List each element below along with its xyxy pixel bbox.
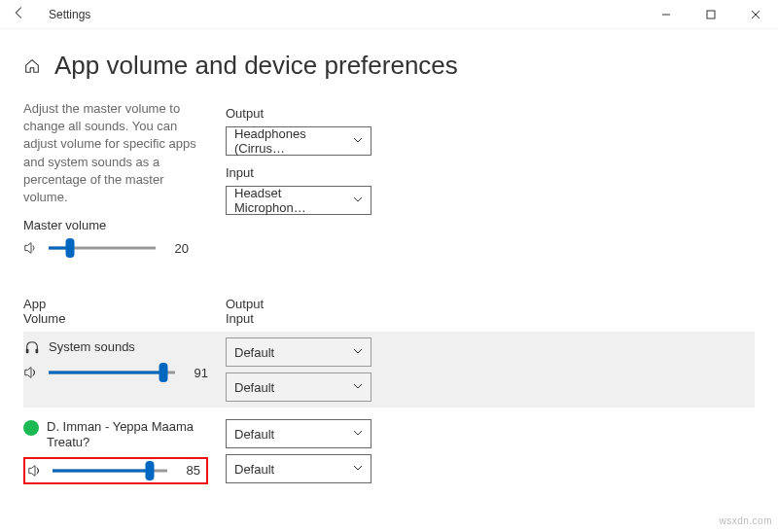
output-selected: Headphones (Cirrus…: [234, 126, 353, 156]
chevron-down-icon: [353, 135, 363, 147]
output-input-header: Output Input: [226, 297, 264, 326]
app-volume-value: 91: [183, 366, 208, 380]
chevron-down-icon: [353, 346, 363, 358]
svg-rect-2: [26, 349, 29, 353]
output-dropdown[interactable]: Headphones (Cirrus…: [226, 126, 371, 156]
window-controls: [644, 0, 778, 29]
chevron-down-icon: [353, 428, 363, 440]
watermark: wsxdn.com: [719, 515, 772, 526]
column-headers: App Volume Output Input: [23, 297, 755, 326]
app-volume-value: 85: [175, 463, 200, 478]
chevron-down-icon: [353, 463, 363, 475]
app-output-dropdown[interactable]: Default: [226, 337, 371, 367]
app-row-spotify: D. Imman - Yeppa Maama Treatu? 85: [23, 413, 755, 490]
app-input-selected: Default: [234, 462, 274, 477]
page-description: Adjust the master volume to change all s…: [23, 100, 208, 206]
home-icon[interactable]: [23, 57, 41, 75]
input-label: Input: [226, 165, 755, 180]
master-volume-slider[interactable]: [49, 238, 156, 258]
output-label: Output: [226, 106, 755, 121]
svg-rect-3: [36, 349, 39, 353]
reset-description: Reset to the Microsoft recommended defau…: [23, 529, 755, 532]
input-selected: Headset Microphon…: [234, 186, 353, 215]
app-input-dropdown[interactable]: Default: [226, 372, 371, 402]
master-volume-value: 20: [163, 241, 189, 256]
app-name: D. Imman - Yeppa Maama Treatu?: [47, 419, 208, 451]
app-name: System sounds: [49, 339, 135, 355]
master-volume-label: Master volume: [23, 218, 208, 232]
svg-rect-1: [707, 11, 715, 18]
chevron-down-icon: [353, 195, 363, 206]
back-icon[interactable]: [12, 6, 31, 22]
speaker-icon[interactable]: [23, 240, 41, 256]
app-input-selected: Default: [234, 380, 274, 395]
app-row-system-sounds: System sounds 91 Default Default: [23, 332, 755, 408]
speaker-icon[interactable]: [27, 463, 45, 479]
chevron-down-icon: [353, 381, 363, 393]
input-dropdown[interactable]: Headset Microphon…: [226, 186, 371, 215]
window-titlebar: Settings: [0, 0, 778, 29]
app-input-dropdown[interactable]: Default: [226, 454, 371, 483]
app-volume-slider[interactable]: [53, 461, 167, 480]
app-output-selected: Default: [234, 345, 274, 360]
close-button[interactable]: [733, 0, 778, 29]
app-volume-header: App Volume: [23, 297, 208, 326]
page-header: App volume and device preferences: [23, 51, 755, 81]
minimize-button[interactable]: [644, 0, 689, 29]
master-volume-control: 20: [23, 238, 208, 258]
maximize-button[interactable]: [689, 0, 733, 29]
speaker-icon[interactable]: [23, 365, 41, 380]
app-volume-slider[interactable]: [49, 363, 175, 382]
app-output-selected: Default: [234, 427, 274, 442]
spotify-icon: [23, 419, 39, 437]
highlighted-region: 85: [23, 457, 208, 484]
headphones-icon: [23, 338, 41, 356]
window-title: Settings: [49, 8, 90, 21]
app-output-dropdown[interactable]: Default: [226, 419, 371, 448]
page-title: App volume and device preferences: [54, 51, 458, 81]
